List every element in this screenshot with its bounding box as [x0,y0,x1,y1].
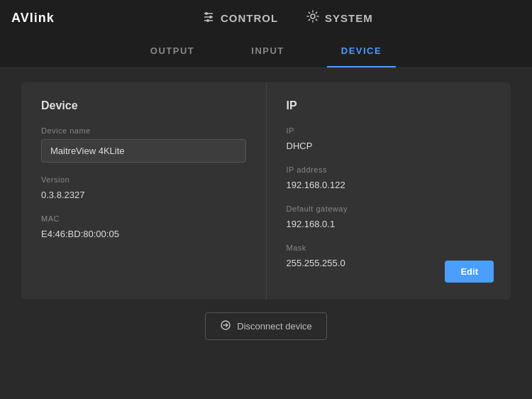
tab-output[interactable]: OUTPUT [136,35,209,67]
disconnect-icon [220,319,231,333]
edit-button[interactable]: Edit [445,261,494,283]
disconnect-label: Disconnect device [237,321,312,332]
svg-point-6 [311,14,315,18]
version-value: 0.3.8.2327 [41,188,246,202]
mac-label: MAC [41,214,246,223]
logo-text: AVlink [11,11,55,26]
svg-point-1 [205,12,208,15]
top-nav: AVlink CONTROL [0,0,532,35]
version-group: Version 0.3.8.2327 [41,175,246,202]
ip-dhcp-label: IP [287,126,492,135]
mac-group: MAC E4:46:BD:80:00:05 [41,214,246,241]
ip-address-value: 192.168.0.122 [287,178,492,192]
ip-address-label: IP address [287,165,492,174]
nav-items: CONTROL SYSTEM [202,10,373,26]
tab-input[interactable]: INPUT [237,35,299,67]
ip-dhcp-group: IP DHCP [287,126,492,153]
device-name-label: Device name [41,126,246,135]
device-panel: Device Device name Version 0.3.8.2327 MA… [21,82,267,300]
gateway-label: Default gateway [287,204,492,213]
svg-point-3 [209,16,212,18]
main-content: Device Device name Version 0.3.8.2327 MA… [0,68,532,354]
nav-item-control[interactable]: CONTROL [202,10,278,26]
panels-container: Device Device name Version 0.3.8.2327 MA… [21,82,511,300]
control-icon [202,10,215,26]
nav-item-system[interactable]: SYSTEM [306,10,373,26]
logo: AVlink [11,11,55,26]
nav-label-control: CONTROL [221,12,278,24]
disconnect-container: Disconnect device [21,312,511,340]
version-label: Version [41,175,246,184]
mac-value: E4:46:BD:80:00:05 [41,227,246,241]
gateway-value: 192.168.0.1 [287,217,492,231]
ip-address-group: IP address 192.168.0.122 [287,165,492,192]
tab-device[interactable]: DEVICE [327,35,396,67]
ip-dhcp-value: DHCP [287,139,492,153]
device-name-group: Device name [41,126,246,163]
nav-label-system: SYSTEM [325,12,373,24]
ip-panel: IP IP DHCP IP address 192.168.0.122 Defa… [267,82,511,300]
disconnect-button[interactable]: Disconnect device [205,312,327,340]
ip-panel-title: IP [287,99,492,112]
mask-label: Mask [287,244,492,252]
gateway-group: Default gateway 192.168.0.1 [287,204,492,231]
svg-point-5 [206,19,209,22]
system-icon [306,10,319,26]
device-name-input[interactable] [41,139,246,163]
tabs-bar: OUTPUT INPUT DEVICE [0,35,532,68]
device-panel-title: Device [41,99,246,112]
